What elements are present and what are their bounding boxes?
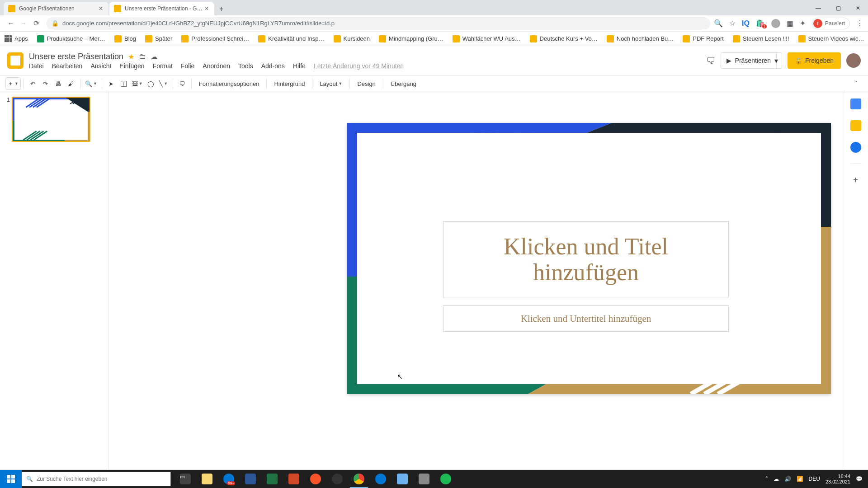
- keep-icon[interactable]: [850, 120, 861, 131]
- bookmark-item[interactable]: Noch hochladen Bu…: [607, 35, 674, 42]
- notepad-app[interactable]: [392, 470, 413, 488]
- close-window-button[interactable]: ✕: [848, 1, 868, 15]
- forward-button[interactable]: →: [17, 17, 30, 30]
- profile-chip[interactable]: T Pausiert: [812, 18, 850, 29]
- bookmark-item[interactable]: Mindmapping (Gru…: [379, 35, 443, 42]
- zoom-button[interactable]: 🔍▼: [83, 77, 99, 90]
- bookmark-item[interactable]: Professionell Schrei…: [181, 35, 249, 42]
- reload-button[interactable]: ⟳: [30, 17, 42, 30]
- redo-button[interactable]: ↷: [39, 77, 52, 90]
- apps-shortcut[interactable]: Apps: [5, 35, 28, 42]
- word-app[interactable]: [240, 470, 261, 488]
- bookmark-item[interactable]: Blog: [114, 35, 136, 42]
- clock[interactable]: 18:44 23.02.2021: [826, 474, 850, 484]
- tasks-icon[interactable]: [850, 142, 861, 153]
- file-explorer-app[interactable]: [196, 470, 218, 488]
- app-generic[interactable]: [413, 470, 435, 488]
- format-options-button[interactable]: Formatierungsoptionen: [194, 77, 264, 90]
- zoom-icon[interactable]: 🔍: [714, 19, 723, 28]
- back-button[interactable]: ←: [5, 17, 17, 30]
- notifications-icon[interactable]: 💬: [856, 476, 863, 482]
- wifi-icon[interactable]: 📶: [797, 476, 803, 482]
- new-slide-button[interactable]: ＋▼: [5, 77, 21, 90]
- slides-logo-icon[interactable]: [7, 52, 24, 69]
- onedrive-icon[interactable]: ☁: [774, 476, 779, 482]
- comment-button[interactable]: 🗨: [176, 77, 189, 90]
- share-button[interactable]: 🔒 Freigeben: [788, 52, 841, 69]
- spotify-app[interactable]: [435, 470, 457, 488]
- bookmark-item[interactable]: PDF Report: [683, 35, 724, 42]
- task-view-button[interactable]: ▭: [175, 470, 196, 488]
- obs-app[interactable]: [326, 470, 348, 488]
- menu-format[interactable]: Format: [153, 62, 173, 70]
- calendar-icon[interactable]: [850, 99, 861, 109]
- maximize-button[interactable]: ▢: [828, 1, 848, 15]
- last-edit-label[interactable]: Letzte Änderung vor 49 Minuten: [314, 62, 404, 70]
- volume-icon[interactable]: 🔊: [784, 476, 791, 482]
- bookmark-item[interactable]: Produktsuche – Mer…: [37, 35, 105, 42]
- document-title[interactable]: Unsere erste Präsentation: [29, 52, 123, 61]
- bookmark-item[interactable]: Kursideen: [334, 35, 370, 42]
- edge-app[interactable]: [370, 470, 392, 488]
- layout-button[interactable]: Layout▼: [315, 77, 347, 90]
- chrome-app[interactable]: [348, 470, 370, 488]
- slide-thumbnail[interactable]: [12, 97, 90, 142]
- edge-legacy-app[interactable]: 99+: [218, 470, 240, 488]
- powerpoint-app[interactable]: [283, 470, 305, 488]
- extension-icon[interactable]: ▦: [787, 19, 793, 28]
- close-icon[interactable]: ✕: [203, 5, 210, 12]
- menu-addons[interactable]: Add-ons: [261, 62, 285, 70]
- brave-app[interactable]: [305, 470, 326, 488]
- extensions-menu-icon[interactable]: ✦: [800, 19, 806, 28]
- star-icon[interactable]: ☆: [729, 19, 736, 28]
- minimize-button[interactable]: ―: [808, 1, 828, 15]
- language-indicator[interactable]: DEU: [809, 476, 820, 482]
- bookmark-item[interactable]: Deutsche Kurs + Vo…: [530, 35, 598, 42]
- collapse-toolbar-button[interactable]: ˆ: [850, 77, 863, 90]
- background-button[interactable]: Hintergrund: [269, 77, 309, 90]
- menu-help[interactable]: Hilfe: [293, 62, 306, 70]
- present-button[interactable]: ▶ Präsentieren: [721, 52, 777, 69]
- browser-tab[interactable]: Unsere erste Präsentation - Goo… ✕: [109, 2, 214, 15]
- textbox-tool[interactable]: 🅃: [118, 77, 130, 90]
- cloud-status-icon[interactable]: ☁: [151, 52, 158, 61]
- new-tab-button[interactable]: +: [215, 3, 228, 15]
- extension-icon[interactable]: IQ: [742, 19, 750, 28]
- line-tool[interactable]: ╲▼: [157, 77, 170, 90]
- comments-icon[interactable]: 🗨: [706, 56, 715, 66]
- image-tool[interactable]: 🖼▼: [130, 77, 145, 90]
- account-avatar[interactable]: [846, 53, 861, 68]
- transition-button[interactable]: Übergang: [386, 77, 421, 90]
- move-icon[interactable]: 🗀: [139, 52, 146, 61]
- omnibox[interactable]: 🔒 docs.google.com/presentation/d/1je40CL…: [46, 17, 710, 30]
- undo-button[interactable]: ↶: [27, 77, 39, 90]
- tray-overflow-icon[interactable]: ˄: [765, 476, 768, 482]
- bookmark-item[interactable]: Kreativität und Insp…: [258, 35, 324, 42]
- bookmark-item[interactable]: Steuern Videos wic…: [798, 35, 864, 42]
- title-placeholder[interactable]: Klicken und Titel hinzufügen: [443, 221, 729, 297]
- browser-tab[interactable]: Google Präsentationen ✕: [4, 2, 108, 15]
- slide-canvas[interactable]: Klicken und Titel hinzufügen Klicken und…: [347, 123, 831, 394]
- menu-edit[interactable]: Bearbeiten: [52, 62, 83, 70]
- canvas-area[interactable]: Klicken und Titel hinzufügen Klicken und…: [108, 92, 843, 469]
- start-button[interactable]: [0, 470, 22, 488]
- close-icon[interactable]: ✕: [98, 5, 104, 12]
- menu-view[interactable]: Ansicht: [90, 62, 111, 70]
- menu-slide[interactable]: Folie: [181, 62, 194, 70]
- subtitle-placeholder[interactable]: Klicken und Untertitel hinzufügen: [443, 305, 729, 332]
- extension-icon[interactable]: [771, 19, 780, 28]
- menu-insert[interactable]: Einfügen: [119, 62, 144, 70]
- chrome-menu-icon[interactable]: ⋮: [856, 19, 863, 28]
- design-button[interactable]: Design: [353, 77, 380, 90]
- add-on-button[interactable]: +: [853, 175, 859, 185]
- excel-app[interactable]: [261, 470, 283, 488]
- bookmark-item[interactable]: Später: [145, 35, 172, 42]
- select-tool[interactable]: ➤: [105, 77, 118, 90]
- menu-file[interactable]: Datei: [29, 62, 44, 70]
- star-icon[interactable]: ★: [128, 52, 134, 61]
- present-dropdown[interactable]: ▾: [771, 52, 782, 69]
- print-button[interactable]: 🖶: [52, 77, 65, 90]
- bookmark-item[interactable]: Steuern Lesen !!!!: [733, 35, 789, 42]
- paint-format-button[interactable]: 🖌: [65, 77, 77, 90]
- bookmark-item[interactable]: Wahlfächer WU Aus…: [453, 35, 521, 42]
